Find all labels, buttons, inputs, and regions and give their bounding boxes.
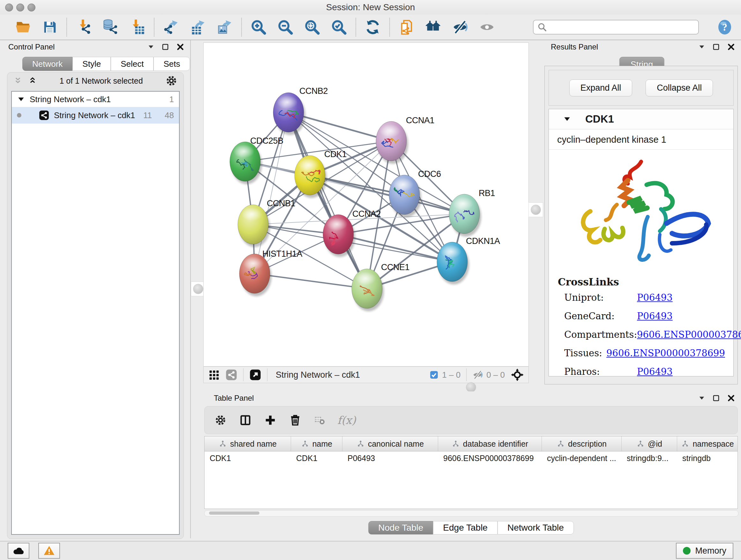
column-header-canonical-name[interactable]: canonical name — [342, 436, 438, 451]
navigator-crosshair-icon[interactable] — [511, 368, 524, 381]
entry-expander-icon[interactable] — [563, 115, 571, 123]
table-settings-gear-icon[interactable] — [214, 414, 227, 427]
show-columns-icon[interactable] — [239, 414, 252, 427]
selected-checkbox-icon[interactable] — [429, 370, 439, 380]
collapse-all-button[interactable]: Collapse All — [646, 79, 713, 97]
network-node[interactable] — [376, 121, 408, 164]
network-node[interactable] — [389, 175, 421, 217]
tab-style[interactable]: Style — [72, 57, 111, 71]
refresh-view-icon[interactable] — [364, 19, 381, 36]
collapse-all-networks-icon[interactable] — [13, 76, 23, 85]
collection-expander-icon[interactable] — [17, 95, 25, 104]
table-cell[interactable]: stringdb — [677, 454, 738, 463]
panel-close-icon[interactable] — [727, 43, 735, 51]
network-collection-row[interactable]: String Network – cdk1 1 — [12, 91, 179, 107]
column-header-database-identifier[interactable]: database identifier — [438, 436, 542, 451]
crosslink-link[interactable]: 9606.ENSP00000378699 — [606, 348, 725, 359]
tab-edge-table[interactable]: Edge Table — [433, 521, 497, 535]
crosslink-link[interactable]: P06493 — [637, 311, 673, 321]
zoom-in-icon[interactable] — [250, 19, 267, 36]
network-edge[interactable] — [288, 112, 367, 289]
tab-node-table[interactable]: Node Table — [368, 521, 433, 535]
table-horizontal-scrollbar[interactable] — [204, 510, 738, 516]
panel-float-icon[interactable] — [712, 43, 720, 51]
network-node[interactable] — [238, 205, 270, 247]
network-node[interactable] — [239, 254, 272, 296]
table-row[interactable]: CDK1CDK1P064939606.ENSP00000378699cyclin… — [205, 451, 738, 465]
import-network-icon[interactable] — [75, 19, 92, 36]
column-header-namespace[interactable]: namespace — [677, 436, 738, 451]
annotation-mode-icon[interactable] — [249, 369, 261, 381]
expand-all-button[interactable]: Expand All — [569, 79, 632, 97]
network-node[interactable] — [323, 214, 355, 257]
zoom-out-icon[interactable] — [277, 19, 293, 36]
tab-sets[interactable]: Sets — [153, 57, 190, 71]
hide-selected-icon[interactable] — [452, 19, 468, 36]
panel-float-icon[interactable] — [161, 43, 169, 51]
import-table-icon[interactable] — [129, 19, 145, 36]
export-image-icon[interactable] — [216, 19, 233, 36]
minimize-window-button[interactable] — [16, 3, 24, 11]
table-cell[interactable]: cyclin-dependent ... — [542, 454, 622, 463]
panel-collapse-icon[interactable] — [698, 44, 705, 51]
birdseye-grid-icon[interactable] — [208, 369, 219, 381]
export-table-icon[interactable] — [190, 19, 206, 36]
search-box[interactable] — [533, 20, 699, 35]
crosslink-link[interactable]: P06493 — [637, 292, 673, 303]
table-cell[interactable]: P06493 — [342, 454, 438, 463]
panel-collapse-icon[interactable] — [698, 395, 705, 401]
tab-select[interactable]: Select — [111, 57, 153, 71]
tab-network[interactable]: Network — [22, 57, 72, 71]
column-header-description[interactable]: description — [542, 436, 622, 451]
network-node[interactable] — [273, 92, 306, 135]
first-neighbors-icon[interactable] — [425, 19, 442, 36]
panel-close-icon[interactable] — [176, 43, 185, 51]
scrollbar-thumb[interactable] — [209, 511, 259, 515]
zoom-fit-icon[interactable] — [304, 19, 320, 36]
zoom-selected-icon[interactable] — [331, 19, 347, 36]
import-from-database-icon[interactable] — [102, 19, 119, 36]
add-column-icon[interactable] — [264, 414, 277, 427]
network-edge[interactable] — [310, 175, 464, 214]
crosslink-link[interactable]: P06493 — [637, 366, 673, 377]
memory-button[interactable]: Memory — [676, 543, 733, 559]
save-session-icon[interactable] — [42, 19, 58, 36]
column-header-name[interactable]: name — [291, 436, 342, 451]
expand-all-networks-icon[interactable] — [28, 76, 37, 85]
warnings-button[interactable] — [38, 543, 60, 559]
toolbar-group — [242, 19, 355, 36]
search-input[interactable] — [550, 22, 694, 33]
table-cell[interactable]: stringdb:9... — [622, 454, 677, 463]
close-window-button[interactable] — [5, 3, 13, 11]
table-cell[interactable]: CDK1 — [291, 454, 342, 463]
table-cell[interactable]: CDK1 — [205, 454, 291, 463]
network-overview-icon[interactable] — [225, 369, 238, 381]
zoom-window-button[interactable] — [27, 3, 36, 11]
crosslink-link[interactable]: 9606.ENSP00000378699 — [637, 329, 741, 340]
node-table[interactable]: shared namenamecanonical namedatabase id… — [204, 436, 738, 509]
delete-column-icon[interactable] — [289, 414, 301, 427]
panel-float-icon[interactable] — [712, 394, 720, 402]
network-node[interactable] — [294, 155, 327, 198]
right-splitter-handle[interactable] — [529, 202, 543, 217]
network-node[interactable] — [352, 269, 384, 311]
help-button[interactable]: ? — [717, 19, 733, 35]
tab-network-table[interactable]: Network Table — [497, 521, 574, 535]
function-builder-button[interactable]: f(x) — [337, 414, 356, 427]
table-cell[interactable]: 9606.ENSP00000378699 — [438, 454, 542, 463]
panel-collapse-icon[interactable] — [147, 44, 154, 51]
network-node[interactable] — [437, 242, 469, 285]
show-all-icon[interactable] — [479, 19, 495, 36]
network-canvas[interactable]: CCNB2CCNA1CDC25BCDK1CDC6RB1CCNB1CCNA2CDK… — [203, 43, 529, 367]
panel-close-icon[interactable] — [727, 394, 735, 402]
network-graph[interactable]: CCNB2CCNA1CDC25BCDK1CDC6RB1CCNB1CCNA2CDK… — [204, 43, 529, 366]
column-header-shared-name[interactable]: shared name — [205, 436, 291, 451]
network-node[interactable] — [449, 194, 481, 237]
open-session-icon[interactable] — [15, 19, 31, 36]
network-options-gear-icon[interactable] — [165, 74, 178, 87]
cloud-services-button[interactable] — [8, 543, 29, 559]
network-row[interactable]: String Network – cdk1 11 48 — [12, 107, 179, 124]
export-network-icon[interactable] — [163, 19, 179, 36]
new-network-from-selection-icon[interactable] — [398, 19, 415, 36]
column-header-@id[interactable]: @id — [622, 436, 677, 451]
